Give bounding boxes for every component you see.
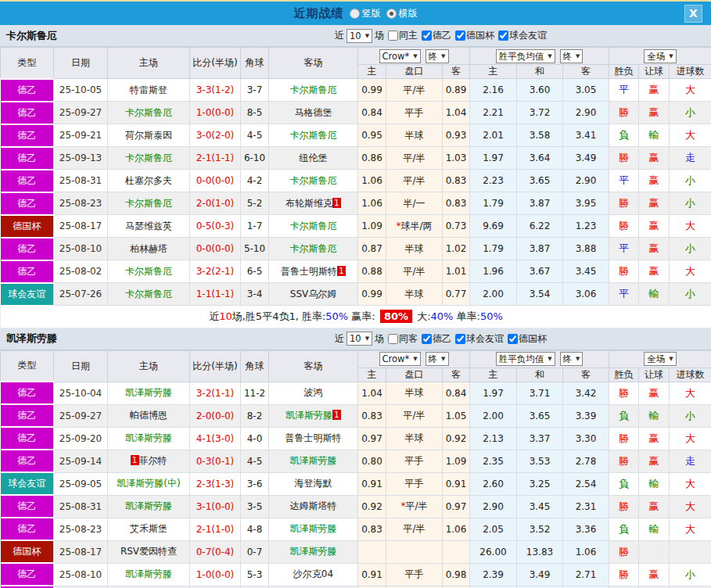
away-odds-cell: 1.09 — [443, 450, 470, 472]
score-cell: 0-0(0-0) — [190, 170, 241, 192]
team-name: 普鲁士明斯特 — [285, 432, 342, 443]
avg-draw-cell: 3.37 — [517, 427, 563, 450]
filter-item-0[interactable]: 同客 — [388, 332, 418, 346]
recent-results-table: 类型日期主场比分(半场)角球客场Crow*▼终▼胜平负均值▼终▼全场▼主盘口客主… — [0, 47, 711, 328]
modal-title: 近期战绩 — [294, 6, 344, 21]
away-team-cell: 卡尔斯鲁厄 — [269, 238, 358, 260]
home-team-cell: 卡尔斯鲁厄 — [108, 102, 190, 124]
titlebar: 近期战绩 竖版 横版 X — [0, 2, 711, 25]
filter-item-1[interactable]: 德乙 — [422, 29, 451, 42]
handicap-cell: 平/半 — [386, 147, 443, 170]
avg-away-cell: 3.49 — [563, 147, 609, 170]
horizontal-layout-label[interactable]: 横版 — [399, 7, 418, 20]
odds-final-select[interactable]: 终▼ — [426, 49, 449, 63]
match-row: 德乙25-08-31凯泽斯劳滕3-1(0-0)3-5达姆斯塔特0.92*平/半0… — [1, 495, 711, 518]
dropdown-arrow-icon: ▼ — [548, 353, 551, 364]
wdl-result-cell: 勝 — [609, 495, 639, 518]
filter-item-2[interactable]: 德国杯 — [455, 29, 494, 42]
goals-result-cell — [670, 540, 711, 563]
vertical-layout-label[interactable]: 竖版 — [362, 7, 381, 20]
filter-item-2[interactable]: 球会友谊 — [455, 332, 504, 346]
handicap-cell: 平/半 — [386, 170, 443, 192]
avg-away-cell: 3.36 — [563, 518, 609, 540]
avg-away-cell: 2.78 — [563, 450, 609, 472]
match-count-select[interactable]: 10▼ — [347, 29, 372, 43]
avg-away-cell: 3.42 — [563, 382, 609, 404]
close-icon[interactable]: X — [684, 5, 702, 23]
dropdown-arrow-icon: ▼ — [441, 51, 445, 62]
filter-checkbox[interactable] — [388, 30, 398, 41]
away-odds-cell: 1.01 — [443, 260, 470, 283]
match-row: 德乙25-09-27卡尔斯鲁厄1-0(0-0)8-5马格德堡0.84平手1.04… — [1, 102, 711, 124]
home-team-cell: 卡尔斯鲁厄 — [108, 147, 190, 170]
select-value: 胜平负均值 — [499, 51, 544, 62]
column-subheader: 客 — [443, 368, 470, 382]
horizontal-layout-radio[interactable] — [386, 9, 397, 19]
filter-item-0[interactable]: 同主 — [388, 29, 418, 42]
summary-segment: 50% — [480, 310, 503, 322]
avg-home-cell: 9.69 — [470, 215, 517, 238]
column-subheader: 盘口 — [386, 368, 443, 382]
vertical-layout-radio[interactable] — [350, 9, 360, 19]
corners-cell: 1-7 — [241, 215, 269, 238]
filter-item-3[interactable]: 球会友谊 — [498, 29, 547, 42]
corners-cell: 3-6 — [241, 472, 269, 495]
away-odds-cell: 1.05 — [443, 404, 470, 427]
filter-label: 德国杯 — [466, 29, 494, 42]
filter-checkbox[interactable] — [455, 30, 465, 41]
corners-cell: 6-5 — [241, 260, 269, 283]
filter-checkbox[interactable] — [388, 334, 398, 344]
home-odds-cell: 0.84 — [358, 102, 386, 124]
scope-select[interactable]: 全场▼ — [644, 352, 676, 366]
filter-checkbox[interactable] — [455, 334, 465, 344]
away-team-cell: 马格德堡 — [269, 102, 358, 124]
filter-label: 同主 — [399, 29, 418, 42]
column-header: 类型 — [1, 48, 54, 79]
avg-final-select[interactable]: 终▼ — [560, 352, 584, 366]
match-count-select[interactable]: 10▼ — [347, 332, 372, 346]
team-section-1: 卡尔斯鲁厄 近10▼场同主德乙德国杯球会友谊 类型日期主场比分(半场)角球客场C… — [0, 25, 711, 328]
filter-item-3[interactable]: 德国杯 — [508, 332, 547, 346]
wdl-result-cell: 勝 — [609, 192, 639, 215]
home-team-cell: 特雷斯登 — [108, 79, 190, 102]
match-row: 德乙25-08-31杜塞尔多夫0-0(0-0)4-2卡尔斯鲁厄1.06平/半0.… — [1, 170, 711, 192]
avg-away-cell: 3.95 — [563, 192, 609, 215]
league-type-cell: 德乙 — [1, 124, 54, 147]
filter-checkbox[interactable] — [508, 334, 518, 344]
avg-home-cell: 1.79 — [470, 238, 517, 260]
column-group-header: Crow*▼终▼ — [358, 48, 470, 65]
scope-select[interactable]: 全场▼ — [644, 49, 676, 63]
goals-result-cell: 小 — [670, 238, 711, 260]
filter-checkbox[interactable] — [498, 30, 508, 41]
bookmaker-select[interactable]: Crow*▼ — [379, 49, 421, 63]
avg-away-cell: 3.06 — [563, 283, 609, 306]
column-subheader: 客 — [443, 65, 470, 79]
team-name: 海登海默 — [295, 478, 332, 489]
filter-checkbox[interactable] — [422, 30, 432, 41]
odds-final-select[interactable]: 终▼ — [426, 352, 449, 366]
avg-metric-select[interactable]: 胜平负均值▼ — [496, 49, 555, 63]
match-row: 德乙25-09-27帕德博恩2-0(0-0)8-2凯泽斯劳滕10.83平/半1.… — [1, 404, 711, 427]
team-name: 卡尔斯鲁厄 — [125, 266, 172, 277]
goals-result-cell: 小 — [670, 283, 711, 306]
home-team-cell: 艾禾斯堡 — [108, 518, 190, 540]
match-row: 德乙25-09-20凯泽斯劳滕4-1(3-0)4-0普鲁士明斯特0.97半球0.… — [1, 427, 711, 450]
handicap-cell: 平/半 — [386, 79, 443, 102]
away-odds-cell: 0.83 — [443, 170, 470, 192]
score-cell: 3-2(1-1) — [190, 382, 241, 404]
column-header: 客场 — [269, 350, 358, 382]
bookmaker-select[interactable]: Crow*▼ — [379, 352, 421, 366]
home-odds-cell: 0.83 — [358, 404, 386, 427]
filter-item-1[interactable]: 德乙 — [422, 332, 451, 346]
column-subheader: 客 — [563, 368, 609, 382]
match-row: 德国杯25-08-17马瑟维兹英0-5(0-3)1-7卡尔斯鲁厄1.09*球半/… — [1, 215, 711, 238]
filter-checkbox[interactable] — [422, 334, 432, 344]
avg-final-select[interactable]: 终▼ — [560, 49, 584, 63]
avg-metric-select[interactable]: 胜平负均值▼ — [496, 352, 555, 366]
match-row: 德乙25-08-10柏林赫塔0-0(0-0)5-10卡尔斯鲁厄0.87半球1.0… — [1, 238, 711, 260]
handicap-cell: 半/一 — [386, 192, 443, 215]
avg-draw-cell: 3.53 — [517, 450, 563, 472]
goals-result-cell: 大 — [670, 124, 711, 147]
column-subheader: 客 — [563, 65, 609, 79]
date-cell: 25-09-21 — [54, 124, 108, 147]
